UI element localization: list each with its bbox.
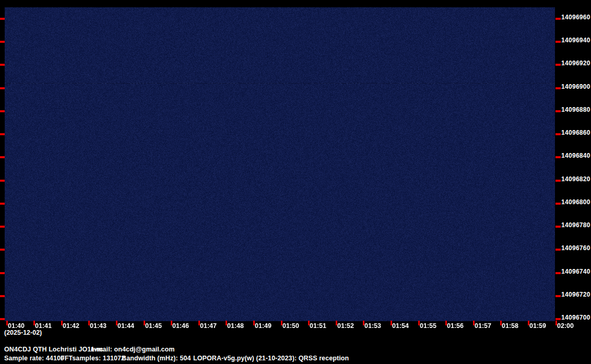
freq-label: 14096720 — [561, 290, 590, 299]
freq-label: 14096700 — [561, 313, 590, 322]
freq-label: 14096880 — [561, 105, 590, 114]
time-label: 01:48 — [227, 322, 244, 330]
fft-samples-info: FFTsamples: 131072 — [61, 355, 125, 362]
station-info: ON4CDJ QTH Lochristi JO11wc — [4, 346, 103, 354]
lopora-grabber-window: (2025-12-02) ON4CDJ QTH Lochristi JO11wc… — [0, 0, 591, 364]
freq-tick-left — [0, 295, 5, 297]
time-label: 01:41 — [35, 322, 52, 330]
bandwidth-info: Bandwidth (mHz): 504 — [122, 355, 191, 362]
freq-label: 14096900 — [561, 83, 590, 91]
freq-tick-right — [555, 64, 561, 66]
freq-label: 14096840 — [561, 151, 590, 160]
freq-tick-left — [0, 318, 5, 320]
freq-tick-left — [0, 87, 5, 89]
email-info: e-mail: on4cdj@gmail.com — [91, 346, 174, 354]
time-label: 01:54 — [392, 322, 409, 330]
time-label: 01:49 — [255, 322, 271, 330]
time-label: 02:00 — [557, 322, 574, 330]
freq-tick-left — [0, 64, 5, 66]
freq-tick-right — [555, 226, 561, 228]
freq-tick-right — [555, 180, 561, 182]
freq-label: 14096780 — [561, 221, 590, 229]
freq-tick-right — [555, 203, 561, 205]
date-label: (2025-12-02) — [4, 329, 42, 337]
time-label: 01:50 — [282, 322, 299, 330]
freq-tick-left — [0, 133, 5, 135]
freq-tick-left — [0, 249, 5, 251]
freq-tick-left — [0, 180, 5, 182]
waterfall-spectrogram — [5, 7, 555, 321]
time-label: 01:45 — [145, 322, 162, 330]
time-label: 01:53 — [364, 322, 381, 330]
time-label: 01:40 — [8, 322, 25, 330]
sample-rate-info: Sample rate: 44100 — [4, 355, 64, 362]
freq-tick-right — [555, 110, 561, 112]
time-label: 01:57 — [475, 322, 491, 330]
time-label: 01:43 — [90, 322, 107, 330]
freq-tick-right — [555, 272, 561, 274]
time-label: 01:55 — [420, 322, 436, 330]
freq-label: 14096860 — [561, 128, 590, 137]
time-label: 01:51 — [310, 322, 326, 330]
freq-tick-left — [0, 18, 5, 20]
freq-tick-left — [0, 156, 5, 158]
freq-tick-left — [0, 226, 5, 228]
freq-tick-right — [555, 18, 561, 20]
freq-tick-right — [555, 87, 561, 89]
time-label: 01:58 — [502, 322, 518, 330]
freq-label: 14096800 — [561, 198, 590, 206]
freq-tick-right — [555, 133, 561, 135]
freq-label: 14096820 — [561, 175, 590, 183]
time-label: 01:44 — [117, 322, 134, 330]
time-label: 01:46 — [172, 322, 189, 330]
freq-tick-left — [0, 110, 5, 112]
time-label: 01:42 — [63, 322, 79, 330]
freq-label: 14096960 — [561, 13, 590, 21]
time-label: 01:52 — [337, 322, 354, 330]
freq-label: 14096920 — [561, 59, 590, 67]
time-label: 01:56 — [447, 322, 464, 330]
freq-tick-right — [555, 41, 561, 43]
freq-label: 14096760 — [561, 244, 590, 252]
freq-label: 14096940 — [561, 36, 590, 44]
freq-tick-left — [0, 203, 5, 205]
freq-tick-right — [555, 156, 561, 158]
freq-tick-left — [0, 41, 5, 43]
time-label: 01:47 — [200, 322, 217, 330]
program-info: LOPORA-v5g.py(w) (21-10-2023): QRSS rece… — [193, 355, 349, 362]
freq-tick-right — [555, 295, 561, 297]
freq-tick-left — [0, 272, 5, 274]
time-label: 01:59 — [529, 322, 546, 330]
freq-tick-right — [555, 249, 561, 251]
freq-label: 14096740 — [561, 267, 590, 276]
freq-tick-right — [555, 318, 561, 320]
